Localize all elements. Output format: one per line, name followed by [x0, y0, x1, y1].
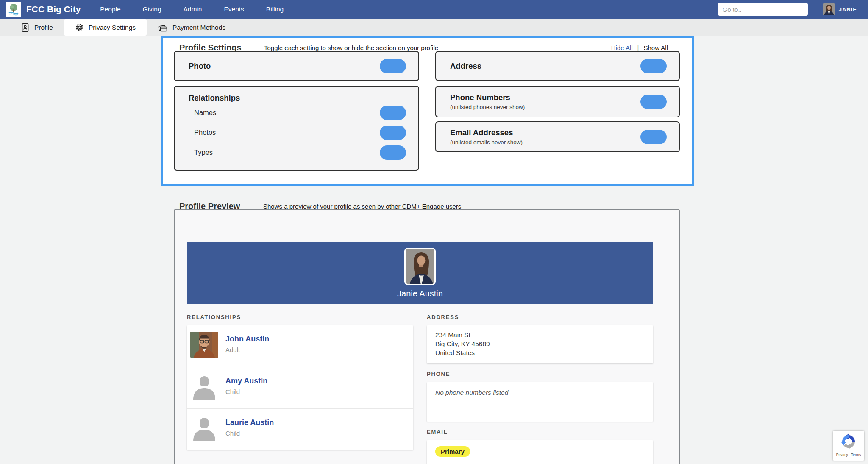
recaptcha-logo-icon: [840, 444, 857, 451]
photo-toggle[interactable]: [380, 59, 406, 73]
john-type: Adult: [225, 346, 269, 353]
user-avatar[interactable]: [823, 3, 835, 15]
names-setting-row: Names: [189, 103, 406, 123]
address-line-1: 234 Main St: [435, 331, 645, 340]
address-line-3: United States: [435, 349, 645, 358]
payment-cards-icon: [158, 23, 168, 32]
amy-type: Child: [225, 388, 267, 395]
hide-all-link[interactable]: Hide All: [611, 44, 633, 51]
bulk-toggle-links: Hide All | Show All: [611, 44, 668, 51]
address-line-2: Big City, KY 45689: [435, 340, 645, 349]
relationship-row-john[interactable]: John Austin Adult: [187, 325, 413, 367]
relationship-row-amy[interactable]: Amy Austin Child: [187, 367, 413, 408]
email-setting-subtitle: (unlisted emails never show): [450, 139, 523, 145]
section-tabbar: Profile Privacy Settings: [0, 19, 868, 36]
amy-placeholder-avatar-icon: [190, 374, 218, 400]
photo-setting-card: Photo: [174, 51, 419, 81]
phone-heading: PHONE: [427, 371, 653, 377]
types-setting-row: Types: [189, 143, 406, 162]
phone-toggle[interactable]: [640, 95, 667, 109]
amy-name-link[interactable]: Amy Austin: [225, 377, 267, 386]
email-card: Primary E-mail address julianne@suran.co…: [427, 440, 653, 464]
phone-card: No phone numbers listed: [427, 382, 653, 422]
phone-empty-text: No phone numbers listed: [435, 389, 645, 397]
phone-setting-subtitle: (unlisted phones never show): [450, 104, 525, 110]
tab-payment-methods[interactable]: Payment Methods: [147, 19, 236, 36]
recaptcha-privacy-terms[interactable]: Privacy - Terms: [833, 453, 864, 457]
tab-privacy-label: Privacy Settings: [89, 24, 136, 31]
app-window: FCC Big City People Giving Admin Events …: [0, 0, 868, 464]
goto-search-input[interactable]: [718, 3, 808, 16]
profile-banner: Janie Austin: [187, 242, 653, 304]
nav-item-people[interactable]: People: [100, 6, 120, 13]
photos-setting-row: Photos: [189, 123, 406, 143]
navbar-right: JANIE: [718, 3, 862, 16]
laurie-type: Child: [225, 430, 274, 437]
laurie-placeholder-avatar-icon: [190, 415, 218, 441]
relationship-row-laurie[interactable]: Laurie Austin Child: [187, 408, 413, 450]
email-setting-title: Email Addresses: [450, 128, 523, 137]
preview-relationships-column: RELATIONSHIPS: [187, 314, 413, 450]
email-toggle[interactable]: [640, 130, 667, 144]
types-toggle[interactable]: [380, 145, 406, 160]
photo-setting-title: Photo: [189, 61, 211, 71]
primary-email-badge: Primary: [435, 446, 470, 457]
address-setting-card: Address: [435, 51, 680, 81]
id-card-icon: [21, 23, 30, 32]
email-heading: EMAIL: [427, 429, 653, 435]
tab-profile[interactable]: Profile: [10, 19, 64, 36]
recaptcha-badge[interactable]: Privacy - Terms: [833, 431, 864, 461]
preview-contact-column: ADDRESS 234 Main St Big City, KY 45689 U…: [427, 314, 653, 464]
profile-banner-name: Janie Austin: [397, 289, 443, 299]
john-photo: [190, 332, 218, 358]
profile-photo: [404, 248, 436, 285]
tab-profile-label: Profile: [34, 24, 53, 31]
brand-name[interactable]: FCC Big City: [26, 4, 81, 14]
phone-setting-title: Phone Numbers: [450, 93, 525, 102]
link-separator: |: [637, 44, 639, 51]
page-content: Profile Settings Toggle each setting to …: [0, 36, 868, 464]
names-setting-label: Names: [189, 109, 216, 117]
nav-item-events[interactable]: Events: [224, 6, 244, 13]
address-card: 234 Main St Big City, KY 45689 United St…: [427, 325, 653, 363]
main-menu: People Giving Admin Events Billing: [100, 6, 284, 13]
profile-settings-section: Profile Settings Toggle each setting to …: [161, 36, 694, 186]
church-tree-logo-icon[interactable]: [6, 2, 21, 17]
laurie-name-link[interactable]: Laurie Austin: [225, 418, 274, 427]
gear-icon: [75, 23, 84, 32]
address-setting-title: Address: [450, 61, 481, 71]
profile-preview-section: Janie Austin RELATIONSHIPS: [174, 209, 680, 464]
relationships-setting-card: Relationships Names Photos Types: [174, 86, 419, 171]
names-toggle[interactable]: [380, 106, 406, 120]
user-name[interactable]: JANIE: [839, 6, 857, 13]
nav-item-admin[interactable]: Admin: [184, 6, 202, 13]
photos-toggle[interactable]: [380, 126, 406, 140]
relationships-list: John Austin Adult: [187, 325, 413, 450]
email-setting-card: Email Addresses (unlisted emails never s…: [435, 121, 680, 152]
john-name-link[interactable]: John Austin: [225, 335, 269, 344]
nav-item-billing[interactable]: Billing: [266, 6, 284, 13]
relationships-setting-title: Relationships: [189, 93, 406, 103]
relationships-heading: RELATIONSHIPS: [187, 314, 413, 320]
tab-payment-label: Payment Methods: [172, 24, 225, 31]
phone-setting-card: Phone Numbers (unlisted phones never sho…: [435, 86, 680, 117]
address-toggle[interactable]: [640, 59, 667, 73]
top-navbar: FCC Big City People Giving Admin Events …: [0, 0, 868, 19]
types-setting-label: Types: [189, 148, 213, 157]
show-all-link[interactable]: Show All: [643, 44, 668, 51]
profile-settings-description: Toggle each setting to show or hide the …: [264, 44, 438, 51]
tab-privacy-settings[interactable]: Privacy Settings: [64, 19, 147, 36]
photos-setting-label: Photos: [189, 129, 216, 137]
nav-item-giving[interactable]: Giving: [143, 6, 161, 13]
address-heading: ADDRESS: [427, 314, 653, 320]
